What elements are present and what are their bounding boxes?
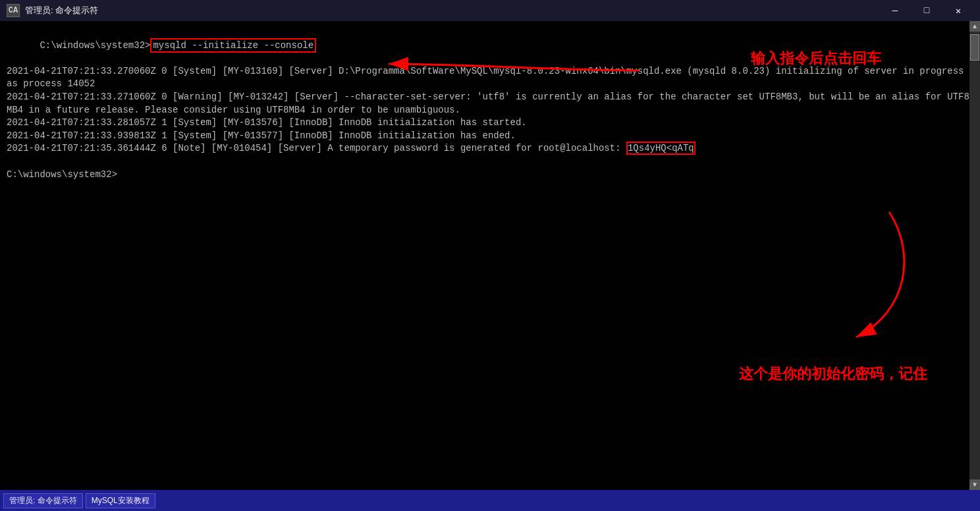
terminal-line-4: 2021-04-21T07:21:33.939813Z 1 [System] [… <box>7 130 973 143</box>
terminal-line-5: 2021-04-21T07:21:35.361444Z 6 [Note] [MY… <box>7 142 973 155</box>
terminal-line-2: 2021-04-21T07:21:33.271060Z 0 [Warning] … <box>7 91 973 117</box>
annotation-enter: 输入指令后点击回车 <box>751 49 881 69</box>
taskbar-item-cmd[interactable]: 管理员: 命令提示符 <box>3 493 83 508</box>
terminal-body: C:\windows\system32>mysqld --initialize … <box>0 21 980 490</box>
scroll-down-button[interactable]: ▼ <box>969 479 980 490</box>
maximize-button[interactable]: □ <box>912 0 942 21</box>
terminal-prompt-1: C:\windows\system32> <box>40 40 150 51</box>
password-highlight: 1Qs4yHQ<qATq <box>626 142 695 155</box>
cmd-window: CA 管理员: 命令提示符 — □ ✕ C:\windows\system32>… <box>0 0 980 511</box>
taskbar: 管理员: 命令提示符 MySQL安装教程 <box>0 490 980 511</box>
scroll-up-button[interactable]: ▲ <box>969 21 980 32</box>
title-bar: CA 管理员: 命令提示符 — □ ✕ <box>0 0 980 21</box>
taskbar-item-tutorial[interactable]: MySQL安装教程 <box>86 493 155 508</box>
terminal-prompt-2: C:\windows\system32> <box>7 169 973 182</box>
scroll-thumb[interactable] <box>970 34 979 61</box>
window-icon: CA <box>7 4 20 17</box>
command-highlight: mysqld --initialize --console <box>150 38 316 53</box>
scrollbar[interactable]: ▲ ▼ <box>969 21 980 490</box>
close-button[interactable]: ✕ <box>943 0 973 21</box>
minimize-button[interactable]: — <box>880 0 910 21</box>
terminal-line-3: 2021-04-21T07:21:33.281057Z 1 [System] [… <box>7 117 973 130</box>
terminal-line-blank <box>7 155 973 169</box>
window-controls: — □ ✕ <box>880 0 973 21</box>
annotation-password: 这个是你的初始化密码，记住 <box>739 364 927 385</box>
window-title: 管理员: 命令提示符 <box>25 5 880 16</box>
